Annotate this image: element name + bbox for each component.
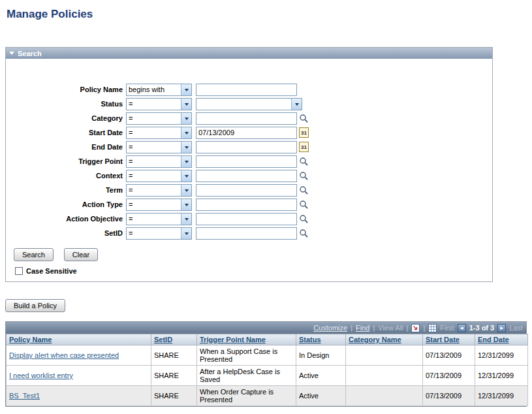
policy-name-label: Policy Name [6, 86, 126, 93]
results-grid: Customize | Find | View All | | First ◄ … [5, 321, 527, 407]
chevron-down-icon [181, 170, 191, 182]
status-cell: Active [296, 366, 346, 386]
chevron-down-icon [181, 185, 191, 196]
column-header-category-name[interactable]: Category Name [349, 336, 401, 343]
grid-toolbar: Customize | Find | View All | | First ◄ … [6, 322, 526, 334]
end-date-input[interactable] [196, 141, 297, 153]
search-section-header[interactable]: Search [6, 48, 492, 59]
action-objective-operator-select[interactable]: = [126, 213, 192, 225]
category-cell [346, 366, 423, 386]
lookup-icon[interactable] [299, 157, 308, 166]
lookup-icon[interactable] [299, 214, 308, 223]
trigger-point-input[interactable] [196, 155, 297, 168]
category-cell [346, 386, 423, 406]
download-icon[interactable] [411, 324, 420, 332]
column-header-start-date[interactable]: Start Date [426, 336, 460, 343]
search-row-start-date: Start Date = 31 [6, 125, 492, 140]
setid-cell: SHARE [151, 345, 197, 366]
category-operator-select[interactable]: = [126, 112, 192, 125]
end-date-cell: 12/31/2099 [475, 366, 528, 386]
policy-name-input[interactable] [196, 84, 297, 96]
end-date-label: End Date [6, 143, 126, 151]
status-select-value [196, 99, 291, 110]
build-a-policy-button[interactable]: Build a Policy [5, 299, 65, 312]
policy-name-operator-select[interactable]: begins with [126, 84, 192, 96]
context-label: Context [6, 172, 126, 180]
lookup-icon[interactable] [299, 114, 308, 123]
page-title: Manage Policies [7, 8, 532, 21]
operator-value: = [127, 99, 181, 110]
setid-cell: SHARE [151, 386, 197, 406]
lookup-icon[interactable] [299, 229, 308, 238]
term-input[interactable] [196, 184, 297, 197]
policy-name-link[interactable]: I need worklist entry [9, 372, 73, 379]
lookup-icon[interactable] [299, 171, 308, 180]
first-link[interactable]: First [440, 324, 454, 332]
grid-icon[interactable] [428, 324, 437, 332]
operator-value: = [127, 199, 181, 210]
context-operator-select[interactable]: = [126, 170, 192, 182]
lookup-icon[interactable] [299, 200, 308, 209]
table-row: I need worklist entry SHARE After a Help… [7, 366, 528, 386]
setid-operator-select[interactable]: = [126, 227, 192, 240]
operator-value: = [127, 214, 181, 225]
chevron-down-icon [291, 99, 302, 110]
calendar-icon[interactable]: 31 [299, 127, 309, 138]
start-date-cell: 07/13/2009 [423, 366, 475, 386]
chevron-down-icon [181, 99, 191, 110]
column-header-trigger-point-name[interactable]: Trigger Point Name [200, 336, 266, 343]
manage-policies-page: Manage Policies Search Policy Name begin… [0, 0, 532, 414]
term-label: Term [6, 186, 126, 194]
next-page-icon[interactable]: ► [497, 324, 506, 332]
end-date-operator-select[interactable]: = [126, 141, 192, 153]
chevron-down-icon [181, 127, 191, 138]
last-link[interactable]: Last [509, 324, 523, 332]
status-select[interactable] [196, 98, 302, 110]
table-row: BS_Test1 SHARE When Order Capture is Pre… [7, 386, 528, 406]
column-header-end-date[interactable]: End Date [478, 336, 509, 343]
category-input[interactable] [196, 112, 297, 125]
collapse-arrow-icon [9, 52, 14, 55]
operator-value: = [127, 142, 181, 153]
separator: | [351, 324, 352, 332]
find-link[interactable]: Find [356, 324, 369, 332]
customize-link[interactable]: Customize [313, 324, 347, 332]
column-header-setid[interactable]: SetID [154, 336, 172, 343]
clear-button[interactable]: Clear [64, 248, 98, 261]
policies-table: Policy Name SetID Trigger Point Name Sta… [6, 334, 528, 406]
status-operator-select[interactable]: = [126, 98, 192, 110]
policy-name-link[interactable]: Display alert when case presented [9, 351, 119, 359]
action-type-operator-select[interactable]: = [126, 199, 192, 211]
action-objective-input[interactable] [196, 213, 297, 225]
operator-value: = [127, 127, 181, 138]
end-date-cell: 12/31/2099 [475, 386, 528, 406]
start-date-input[interactable] [196, 127, 297, 139]
setid-input[interactable] [196, 227, 297, 240]
trigger-point-cell: When Order Capture is Presented [197, 386, 296, 406]
search-row-category: Category = [6, 111, 492, 125]
trigger-point-operator-select[interactable]: = [126, 155, 192, 168]
column-header-status[interactable]: Status [299, 336, 321, 343]
lookup-icon[interactable] [299, 185, 308, 195]
separator: | [407, 324, 409, 332]
calendar-icon[interactable]: 31 [299, 142, 309, 152]
category-label: Category [6, 114, 126, 122]
previous-page-icon[interactable]: ◄ [458, 324, 466, 332]
policy-name-link[interactable]: BS_Test1 [9, 392, 40, 400]
column-header-policy-name[interactable]: Policy Name [9, 336, 52, 343]
view-all-link[interactable]: View All [378, 324, 403, 332]
setid-cell: SHARE [151, 366, 197, 386]
context-input[interactable] [196, 170, 297, 182]
operator-value: = [127, 185, 181, 196]
action-type-input[interactable] [196, 199, 297, 211]
search-row-action-objective: Action Objective = [6, 212, 492, 226]
term-operator-select[interactable]: = [126, 184, 192, 197]
chevron-down-icon [181, 214, 191, 225]
trigger-point-cell: After a HelpDesk Case is Saved [197, 366, 296, 386]
operator-value: begins with [127, 84, 181, 95]
case-sensitive-checkbox[interactable] [15, 267, 23, 275]
start-date-operator-select[interactable]: = [126, 127, 192, 139]
search-button[interactable]: Search [14, 248, 54, 261]
action-type-label: Action Type [6, 200, 126, 208]
chevron-down-icon [181, 156, 191, 167]
